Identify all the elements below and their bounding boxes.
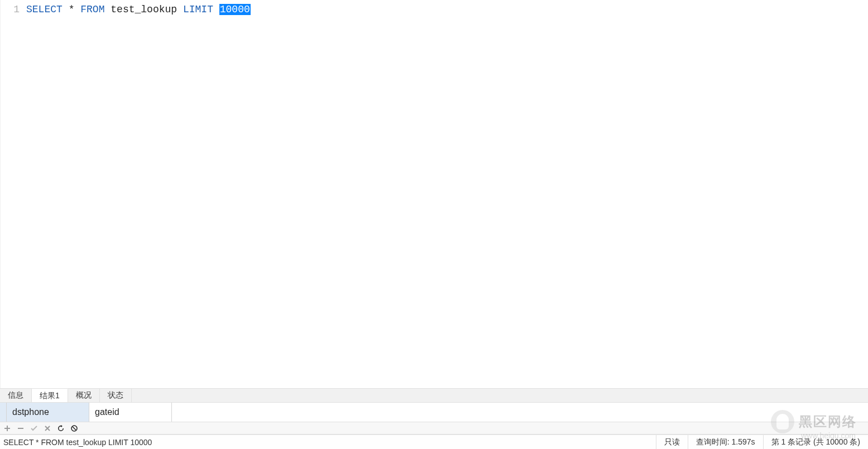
tab-result1[interactable]: 结果1	[32, 389, 68, 402]
status-readonly: 只读	[656, 435, 688, 449]
sql-code[interactable]: SELECT * FROM test_lookup LIMIT 10000	[26, 3, 251, 16]
stop-icon	[71, 425, 78, 432]
tab-status[interactable]: 状态	[100, 389, 132, 402]
minus-icon	[17, 425, 24, 432]
status-record-info: 第 1 条记录 (共 10000 条)	[763, 435, 869, 449]
plus-icon	[4, 425, 11, 432]
keyword-select: SELECT	[26, 4, 63, 15]
tab-profile[interactable]: 概况	[68, 389, 100, 402]
results-toolbar	[0, 422, 868, 434]
status-bar: SELECT * FROM test_lookup LIMIT 10000 只读…	[0, 434, 868, 449]
keyword-limit: LIMIT	[183, 4, 213, 15]
sql-editor-pane[interactable]: 1 SELECT * FROM test_lookup LIMIT 10000	[0, 0, 868, 388]
confirm-button[interactable]	[30, 424, 38, 432]
results-tabs: 信息 结果1 概况 状态	[0, 388, 868, 403]
stop-button[interactable]	[70, 424, 78, 432]
status-query-time: 查询时间: 1.597s	[688, 435, 763, 449]
add-row-button[interactable]	[3, 424, 11, 432]
row-selector-gutter[interactable]	[0, 403, 7, 422]
column-header-dstphone[interactable]: dstphone	[7, 403, 89, 422]
remove-row-button[interactable]	[17, 424, 25, 432]
status-query-text: SELECT * FROM test_lookup LIMIT 10000	[0, 438, 656, 447]
x-icon	[44, 425, 51, 432]
keyword-from: FROM	[80, 4, 104, 15]
column-header-gateid[interactable]: gateid	[89, 403, 172, 422]
check-icon	[31, 425, 37, 432]
refresh-icon	[57, 425, 64, 432]
cancel-button[interactable]	[44, 424, 51, 432]
tab-info[interactable]: 信息	[0, 389, 32, 402]
sql-star: *	[69, 4, 75, 15]
results-grid[interactable]: dstphone gateid	[0, 403, 868, 422]
sql-table: test_lookup	[111, 4, 177, 15]
line-number-gutter: 1	[1, 3, 26, 16]
selected-limit-value[interactable]: 10000	[219, 4, 251, 15]
editor-line[interactable]: 1 SELECT * FROM test_lookup LIMIT 10000	[1, 0, 868, 16]
refresh-button[interactable]	[57, 424, 65, 432]
